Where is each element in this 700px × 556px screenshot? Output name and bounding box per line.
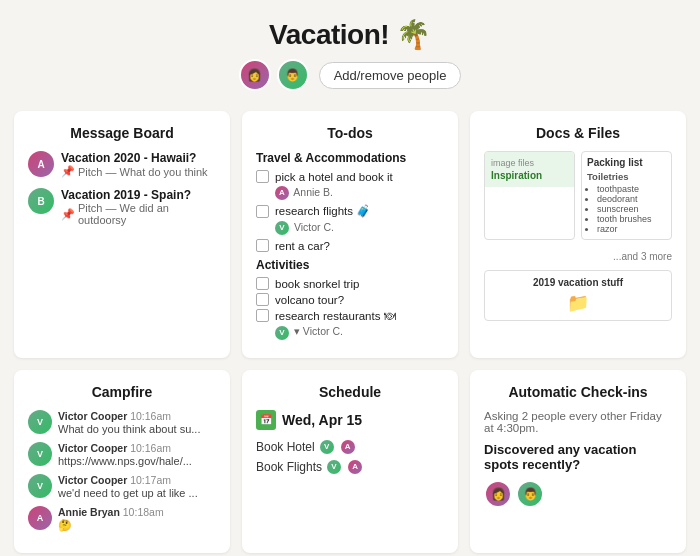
chat-name-time-4: Annie Bryan 10:18am xyxy=(58,506,164,518)
chat-msg-4: 🤔 xyxy=(58,519,164,532)
chat-name-time-3: Victor Cooper 10:17am xyxy=(58,474,198,486)
page-title: Vacation! 🌴 xyxy=(0,18,700,51)
chat-msg-2: https://www.nps.gov/hale/... xyxy=(58,455,192,467)
msg-content-2: Vacation 2019 - Spain? 📌 Pitch — We did … xyxy=(61,188,216,226)
todo-item-2[interactable]: research flights 🧳 xyxy=(256,204,444,218)
calendar-icon: 📅 xyxy=(256,410,276,430)
chat-msg-3: we'd need to get up at like ... xyxy=(58,487,198,499)
schedule-item-1[interactable]: Book Hotel V A xyxy=(256,440,444,454)
chat-item-4: A Annie Bryan 10:18am 🤔 xyxy=(28,506,216,532)
todo-checkbox-3[interactable] xyxy=(256,239,269,252)
todo-item-4[interactable]: book snorkel trip xyxy=(256,277,444,290)
msg-title-2: Vacation 2019 - Spain? xyxy=(61,188,216,202)
message-item-2[interactable]: B Vacation 2019 - Spain? 📌 Pitch — We di… xyxy=(28,188,216,226)
todo-section-activities: Activities xyxy=(256,258,444,272)
sched-avatar-1: V xyxy=(320,440,334,454)
checkins-avatars: 👩 👨 xyxy=(484,480,672,508)
doc-inspiration-label: image files Inspiration xyxy=(485,152,574,187)
chat-avatar-4: A xyxy=(28,506,52,530)
schedule-date: 📅 Wed, Apr 15 xyxy=(256,410,444,430)
todo-checkbox-6[interactable] xyxy=(256,309,269,322)
chat-avatar-1: V xyxy=(28,410,52,434)
doc-packing[interactable]: Packing list Toiletries toothpaste deodo… xyxy=(581,151,672,240)
doc-bottom-card[interactable]: 2019 vacation stuff 📁 xyxy=(484,270,672,321)
chat-item-3: V Victor Cooper 10:17am we'd need to get… xyxy=(28,474,216,499)
doc-inspiration[interactable]: image files Inspiration xyxy=(484,151,575,240)
chat-avatar-2: V xyxy=(28,442,52,466)
msg-title-1: Vacation 2020 - Hawaii? xyxy=(61,151,208,165)
todo-item-6[interactable]: research restaurants 🍽 xyxy=(256,309,444,322)
assignee-avatar-6: V xyxy=(275,326,289,340)
msg-avatar-2: B xyxy=(28,188,54,214)
chat-avatar-3: V xyxy=(28,474,52,498)
checkins-description: Asking 2 people every other Friday at 4:… xyxy=(484,410,672,434)
schedule-item-2[interactable]: Book Flights V A xyxy=(256,460,444,474)
todo-item-3[interactable]: rent a car? xyxy=(256,239,444,252)
todos-title: To-dos xyxy=(256,125,444,141)
todo-checkbox-2[interactable] xyxy=(256,205,269,218)
pin-icon-2: 📌 xyxy=(61,208,75,221)
checkins-title: Automatic Check-ins xyxy=(484,384,672,400)
chat-name-time-2: Victor Cooper 10:16am xyxy=(58,442,192,454)
campfire-card: Campfire V Victor Cooper 10:16am What do… xyxy=(14,370,230,553)
doc-packing-list: toothpaste deodorant sunscreen tooth bru… xyxy=(587,184,666,234)
todo-checkbox-4[interactable] xyxy=(256,277,269,290)
msg-sub-2: 📌 Pitch — We did an outdoorsy xyxy=(61,202,216,226)
assignee-avatar-1: A xyxy=(275,186,289,200)
todo-assignee-2: V Victor C. xyxy=(275,221,444,235)
checkins-card: Automatic Check-ins Asking 2 people ever… xyxy=(470,370,686,553)
todo-assignee-1: A Annie B. xyxy=(275,186,444,200)
sched-avatar-2: A xyxy=(341,440,355,454)
checkin-avatar-1: 👩 xyxy=(484,480,512,508)
avatar-2: 👨 xyxy=(277,59,309,91)
assignee-avatar-2: V xyxy=(275,221,289,235)
page-header: Vacation! 🌴 👩 👨 Add/remove people xyxy=(0,0,700,101)
message-board-title: Message Board xyxy=(28,125,216,141)
chat-item-2: V Victor Cooper 10:16am https://www.nps.… xyxy=(28,442,216,467)
todo-checkbox-5[interactable] xyxy=(256,293,269,306)
todo-checkbox-1[interactable] xyxy=(256,170,269,183)
main-grid: Message Board A Vacation 2020 - Hawaii? … xyxy=(0,101,700,556)
docs-grid: image files Inspiration Packing list Toi… xyxy=(484,151,672,321)
message-item-1[interactable]: A Vacation 2020 - Hawaii? 📌 Pitch — What… xyxy=(28,151,216,178)
chat-name-time-1: Victor Cooper 10:16am xyxy=(58,410,200,422)
avatars-row: 👩 👨 Add/remove people xyxy=(0,59,700,91)
checkins-question: Discovered any vacation spots recently? xyxy=(484,442,672,472)
add-remove-people-button[interactable]: Add/remove people xyxy=(319,62,462,89)
checkin-avatar-2: 👨 xyxy=(516,480,544,508)
msg-content-1: Vacation 2020 - Hawaii? 📌 Pitch — What d… xyxy=(61,151,208,178)
chat-item-1: V Victor Cooper 10:16am What do you thin… xyxy=(28,410,216,435)
campfire-title: Campfire xyxy=(28,384,216,400)
todos-card: To-dos Travel & Accommodations pick a ho… xyxy=(242,111,458,358)
message-board-card: Message Board A Vacation 2020 - Hawaii? … xyxy=(14,111,230,358)
docs-more-text: ...and 3 more xyxy=(484,246,672,264)
docs-card: Docs & Files image files Inspiration Pac… xyxy=(470,111,686,358)
msg-sub-1: 📌 Pitch — What do you think xyxy=(61,165,208,178)
pin-icon-1: 📌 xyxy=(61,165,75,178)
avatar-1: 👩 xyxy=(239,59,271,91)
chat-msg-1: What do you think about su... xyxy=(58,423,200,435)
todo-item-5[interactable]: volcano tour? xyxy=(256,293,444,306)
docs-title: Docs & Files xyxy=(484,125,672,141)
schedule-title: Schedule xyxy=(256,384,444,400)
msg-avatar-1: A xyxy=(28,151,54,177)
todo-item-1[interactable]: pick a hotel and book it xyxy=(256,170,444,183)
todo-assignee-6: V ▾ Victor C. xyxy=(275,325,444,339)
sched-avatar-3: V xyxy=(327,460,341,474)
schedule-card: Schedule 📅 Wed, Apr 15 Book Hotel V A Bo… xyxy=(242,370,458,553)
sched-avatar-4: A xyxy=(348,460,362,474)
todo-section-travel: Travel & Accommodations xyxy=(256,151,444,165)
